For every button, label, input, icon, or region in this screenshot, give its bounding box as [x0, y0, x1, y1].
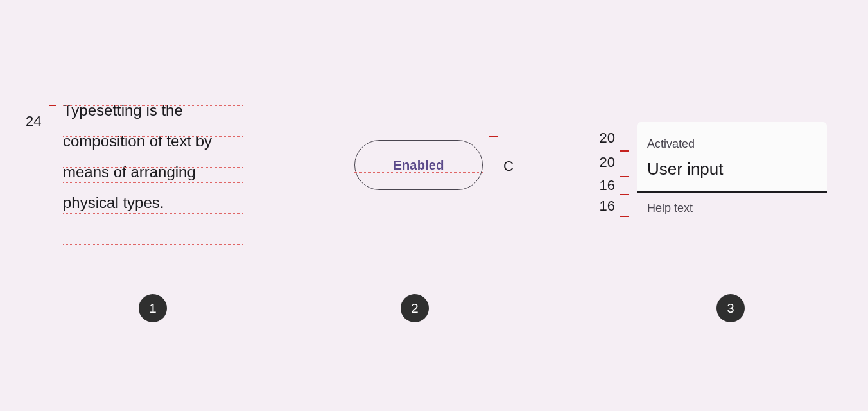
button-height-measure-bar: [489, 136, 498, 195]
spec-value-4: 16: [589, 198, 615, 214]
button-height-value: C: [503, 158, 514, 175]
button-label: Enabled: [393, 158, 444, 173]
spec-value-2: 20: [589, 154, 615, 171]
text-field-value: User input: [647, 159, 724, 179]
typography-line-height-example: 24 Typesetting is the composition of tex…: [63, 95, 256, 218]
spec-value-3: 16: [589, 177, 615, 194]
example-badge-2: 2: [401, 294, 429, 322]
text-field-label: Activated: [647, 137, 695, 151]
text-field-container[interactable]: [637, 122, 827, 191]
spec-value-1: 20: [589, 130, 615, 146]
example-badge-3: 3: [716, 294, 745, 322]
text-field-help-text: Help text: [647, 202, 693, 215]
text-field-underline: [637, 191, 827, 193]
sample-paragraph: Typesetting is the composition of text b…: [63, 95, 256, 218]
button-height-example: Enabled C: [354, 140, 521, 191]
outlined-button[interactable]: Enabled: [354, 140, 483, 190]
example-badge-1: 1: [139, 294, 167, 322]
line-height-measure-bar: [49, 105, 56, 137]
line-height-value: 24: [26, 113, 41, 130]
